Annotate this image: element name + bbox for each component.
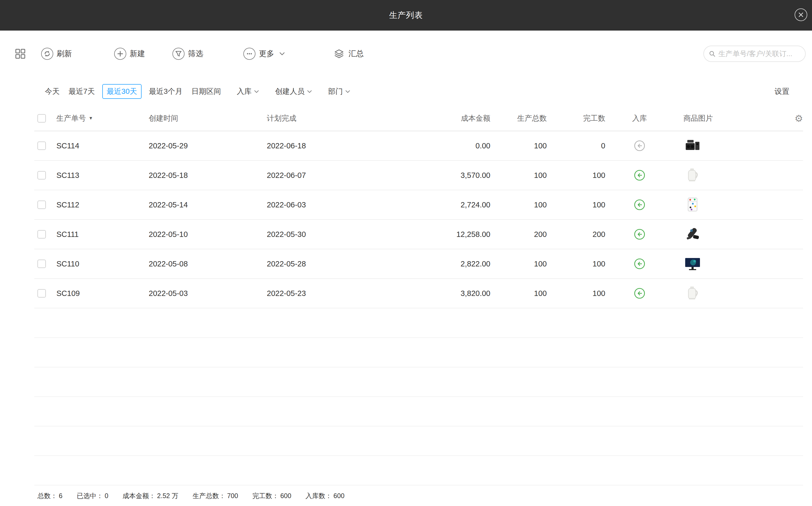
- select-all-checkbox[interactable]: [37, 114, 46, 122]
- quick-filter-30days[interactable]: 最近30天: [102, 84, 142, 99]
- stat-inbound: 入库数：600: [306, 492, 344, 500]
- empty-row: [34, 426, 803, 456]
- column-label: 生产单号: [57, 113, 86, 123]
- production-total: 200: [490, 230, 547, 239]
- chevron-down-icon: [254, 90, 259, 93]
- inbound-arrow-icon[interactable]: [634, 199, 645, 210]
- summary-button[interactable]: 汇总: [333, 48, 364, 60]
- row-checkbox[interactable]: [37, 289, 46, 298]
- cost-amount: 12,258.00: [385, 230, 490, 239]
- stat-value: 700: [227, 492, 238, 499]
- quick-filter-3months[interactable]: 最近3个月: [149, 86, 183, 96]
- stat-value: 0: [105, 492, 108, 499]
- quick-filter-today[interactable]: 今天: [45, 86, 60, 96]
- close-button[interactable]: [795, 8, 807, 21]
- created-date: 2022-05-08: [149, 260, 267, 268]
- table-row[interactable]: SC114 2022-05-29 2022-06-18 0.00 100 0: [34, 131, 803, 161]
- inbound-arrow-icon[interactable]: [634, 169, 645, 181]
- column-header-created: 创建时间: [149, 113, 267, 123]
- inbound-arrow-icon[interactable]: [634, 229, 645, 240]
- empty-row: [34, 338, 803, 367]
- dropdown-inbound-label: 入库: [237, 86, 251, 96]
- search-input[interactable]: [718, 50, 800, 58]
- dropdown-creator-label: 创建人员: [275, 86, 305, 96]
- stat-done: 完工数：600: [252, 492, 291, 500]
- table-header: 生产单号 ▼ 创建时间 计划完成 成本金额 生产总数 完工数 入库 商品图片 ⚙: [34, 106, 803, 131]
- row-checkbox[interactable]: [37, 171, 46, 179]
- table-row[interactable]: SC112 2022-05-14 2022-06-03 2,724.00 100…: [34, 190, 803, 220]
- product-image[interactable]: [683, 255, 702, 273]
- filter-button[interactable]: 筛选: [172, 48, 203, 60]
- table-row[interactable]: SC111 2022-05-10 2022-05-30 12,258.00 20…: [34, 220, 803, 249]
- stat-label: 成本金额：: [123, 492, 156, 499]
- inbound-arrow-icon[interactable]: [634, 287, 645, 299]
- order-no: SC113: [57, 171, 149, 180]
- product-image[interactable]: [683, 195, 702, 214]
- row-checkbox[interactable]: [37, 260, 46, 268]
- table-row[interactable]: SC113 2022-05-18 2022-06-07 3,570.00 100…: [34, 161, 803, 190]
- grid-view-button[interactable]: [15, 48, 26, 59]
- dropdown-inbound[interactable]: 入库: [237, 86, 259, 96]
- column-settings-gear-icon[interactable]: ⚙: [795, 114, 803, 123]
- search-box[interactable]: [703, 46, 806, 62]
- empty-row: [34, 308, 803, 338]
- new-button[interactable]: 新建: [114, 48, 145, 60]
- row-checkbox[interactable]: [37, 230, 46, 239]
- column-header-image: 商品图片: [674, 113, 803, 123]
- new-label: 新建: [130, 49, 145, 59]
- inbound-arrow-icon[interactable]: [634, 258, 645, 270]
- chevron-down-icon: [307, 90, 312, 93]
- stat-cost: 成本金额：2.52 万: [123, 492, 178, 500]
- refresh-label: 刷新: [57, 49, 72, 59]
- done-count: 100: [547, 289, 605, 298]
- table-row[interactable]: SC110 2022-05-08 2022-05-28 2,822.00 100…: [34, 249, 803, 279]
- order-no: SC112: [57, 200, 149, 209]
- product-image[interactable]: [683, 284, 702, 303]
- search-icon: [709, 50, 716, 58]
- dropdown-department[interactable]: 部门: [328, 86, 350, 96]
- row-checkbox[interactable]: [37, 142, 46, 150]
- cost-amount: 0.00: [385, 142, 490, 150]
- more-label: 更多: [259, 49, 274, 59]
- quick-filter-daterange[interactable]: 日期区间: [191, 86, 221, 96]
- production-total: 100: [490, 200, 547, 209]
- toolbar: 刷新 新建 筛选 更多: [0, 30, 812, 77]
- product-image[interactable]: [683, 166, 702, 184]
- summary-footer: 总数：6 已选中：0 成本金额：2.52 万 生产总数：700 完工数：600 …: [0, 486, 812, 506]
- done-count: 200: [547, 230, 605, 239]
- plan-finish-date: 2022-05-23: [267, 289, 385, 298]
- stat-value: 600: [333, 492, 344, 499]
- column-header-done: 完工数: [547, 113, 605, 123]
- quick-filter-7days[interactable]: 最近7天: [69, 86, 95, 96]
- order-no: SC110: [57, 260, 149, 268]
- product-image[interactable]: [683, 225, 702, 244]
- plan-finish-date: 2022-06-18: [267, 142, 385, 150]
- settings-button[interactable]: 设置: [775, 86, 789, 96]
- stat-label: 总数：: [37, 492, 57, 499]
- production-total: 100: [490, 289, 547, 298]
- refresh-icon: [41, 48, 53, 60]
- dropdown-creator[interactable]: 创建人员: [275, 86, 312, 96]
- window-titlebar: 生产列表: [0, 0, 812, 30]
- chevron-down-icon: [345, 90, 350, 93]
- sort-desc-icon: ▼: [89, 116, 93, 121]
- stat-label: 入库数：: [306, 492, 332, 499]
- column-header-order-no[interactable]: 生产单号 ▼: [57, 113, 149, 123]
- product-image[interactable]: [683, 137, 702, 155]
- order-no: SC114: [57, 142, 149, 150]
- created-date: 2022-05-14: [149, 200, 267, 209]
- done-count: 100: [547, 260, 605, 268]
- more-button[interactable]: 更多: [243, 48, 285, 60]
- done-count: 100: [547, 200, 605, 209]
- order-no: SC109: [57, 289, 149, 298]
- column-header-cost: 成本金额: [385, 113, 490, 123]
- refresh-button[interactable]: 刷新: [41, 48, 72, 60]
- plan-finish-date: 2022-06-03: [267, 200, 385, 209]
- inbound-arrow-icon[interactable]: [634, 140, 645, 152]
- table-row[interactable]: SC109 2022-05-03 2022-05-23 3,820.00 100…: [34, 279, 803, 308]
- dropdown-department-label: 部门: [328, 86, 343, 96]
- stat-total: 总数：6: [37, 492, 63, 500]
- row-checkbox[interactable]: [37, 200, 46, 209]
- created-date: 2022-05-18: [149, 171, 267, 180]
- created-date: 2022-05-29: [149, 142, 267, 150]
